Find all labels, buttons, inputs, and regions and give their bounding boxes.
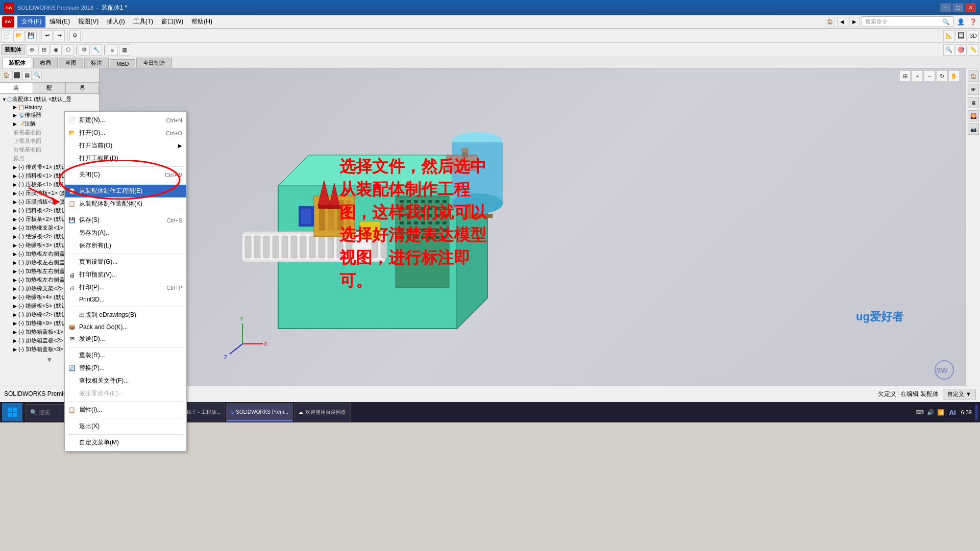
find-refs-icon — [68, 377, 76, 385]
tree-root-item[interactable]: ▼ ⬡ 装配体1 (默认 <默认_显 — [1, 95, 98, 104]
start-button[interactable] — [2, 403, 22, 421]
menu-open-current[interactable]: 打开当前(O) ▶ — [65, 139, 186, 152]
user-icon[interactable]: 👤 — [955, 17, 966, 27]
ai-icon[interactable]: Ai — [947, 408, 958, 417]
menu-save-as[interactable]: 另存为(A)... — [65, 227, 186, 239]
vc-rotate[interactable]: ↻ — [936, 70, 947, 82]
tb-assem8[interactable]: ▦ — [119, 44, 130, 56]
close-button[interactable]: ✕ — [965, 3, 976, 12]
vc-pan[interactable]: ✋ — [948, 70, 960, 82]
taskbar-item-solidworks[interactable]: S SOLIDWORKS Prem... — [226, 403, 293, 421]
menu-save-all[interactable]: 保存所有(L) — [65, 239, 186, 252]
tab-assembly[interactable]: 装配体 — [2, 58, 32, 68]
restore-button[interactable]: □ — [952, 3, 964, 12]
panel-btn3[interactable]: ▦ — [22, 71, 32, 80]
sensors-icon: 📡 — [18, 112, 24, 118]
tb-assem4[interactable]: ⬡ — [63, 44, 74, 56]
tray-icon-1[interactable]: ⌨ — [916, 409, 924, 416]
3d-view-area[interactable]: X Y Z 选择文件，然后选中 从装配体制作工程 图，这样我们就可以 选择好清楚… — [100, 68, 980, 386]
notification-area[interactable] — [975, 405, 978, 420]
vc-zoom-out[interactable]: − — [924, 70, 935, 82]
home-icon[interactable]: 🏠 — [825, 17, 835, 27]
vc-zoom-fit[interactable]: ⊞ — [899, 70, 911, 82]
pm-tab-assembly[interactable]: 装 — [0, 83, 33, 93]
menu-pack-go[interactable]: 📦 Pack and Go(K)... — [65, 321, 186, 333]
rp-scene[interactable]: 🌄 — [968, 110, 979, 121]
tab-sketch[interactable]: 草图 — [59, 58, 83, 68]
tb-assem2[interactable]: ⊞ — [38, 44, 50, 56]
panel-btn4[interactable]: 🔍 — [33, 71, 42, 80]
menu-edrawings[interactable]: 出版到 eDrawings(B) — [65, 309, 186, 321]
panel-btn1[interactable]: 🏠 — [2, 71, 11, 80]
tb-r3[interactable]: 📏 — [968, 44, 979, 56]
menu-tools[interactable]: 工具(T) — [129, 16, 157, 28]
rp-display[interactable]: 🖥 — [968, 97, 979, 108]
tb-assem5[interactable]: ⚙ — [79, 44, 90, 56]
search-box[interactable]: 搜索命令 🔍 — [862, 16, 953, 27]
menu-exit[interactable]: 退出(X) — [65, 420, 186, 433]
tb-3d[interactable]: 3D — [968, 30, 979, 41]
tb-assem1[interactable]: ⊕ — [26, 44, 37, 56]
panel-btn2[interactable]: ⬛ — [12, 71, 21, 80]
tb-options[interactable]: ⚙ — [69, 30, 81, 41]
tb-assem6[interactable]: 🔧 — [91, 44, 102, 56]
menu-file[interactable]: 文件(F) — [17, 16, 45, 28]
menu-save[interactable]: 💾 保存(S) Ctrl+S — [65, 214, 186, 227]
menu-close[interactable]: 关闭(C) Ctrl+W — [65, 168, 186, 181]
system-clock[interactable]: 6:39 — [961, 409, 972, 415]
question-icon[interactable]: ❓ — [968, 17, 978, 27]
tb-view2[interactable]: 🔲 — [955, 30, 967, 41]
back-icon[interactable]: ◀ — [837, 17, 847, 27]
tab-layout[interactable]: 布局 — [33, 58, 58, 68]
menu-print3d[interactable]: Print3D... — [65, 294, 186, 305]
menu-send[interactable]: ✉ 发送(D)... — [65, 333, 186, 345]
menu-derive[interactable]: 派生零部件(E)... — [65, 387, 186, 400]
minimize-button[interactable]: ─ — [940, 3, 951, 12]
pm-tab-display[interactable]: 显 — [66, 83, 99, 93]
sep1 — [39, 31, 39, 41]
menu-print[interactable]: 🖨 打印(P)... Ctrl+P — [65, 281, 186, 294]
menu-find-refs[interactable]: 查找相关文件(F)... — [65, 374, 186, 387]
menu-help[interactable]: 帮助(H) — [187, 16, 216, 28]
menu-make-drawing[interactable]: 📋 从装配体制作工程图(E) — [65, 185, 186, 197]
taskbar-search-placeholder: 🔍 搜索 — [30, 409, 50, 416]
menu-edit[interactable]: 编辑(E) — [45, 16, 74, 28]
menu-reload[interactable]: 重装(R)... — [65, 349, 186, 362]
tray-icon-2[interactable]: 🔊 — [927, 409, 934, 416]
menu-new[interactable]: 📄 新建(N)... Ctrl+N — [65, 114, 186, 127]
tb-save[interactable]: 💾 — [26, 30, 37, 41]
menu-view[interactable]: 视图(V) — [74, 16, 103, 28]
tb-assem7[interactable]: ≡ — [107, 44, 118, 56]
menu-replace[interactable]: 🔄 替换(P)... — [65, 362, 186, 374]
tab-annotation[interactable]: 标注 — [84, 58, 109, 68]
menu-open-drawing[interactable]: 打开工程图(D) — [65, 152, 186, 165]
menu-print-preview[interactable]: 🖨 打印预览(V)... — [65, 268, 186, 281]
tab-mbd[interactable]: MBD — [110, 59, 135, 68]
tb-open[interactable]: 📂 — [13, 30, 24, 41]
menu-make-assembly[interactable]: 📋 从装配体制作装配体(K) — [65, 197, 186, 210]
vc-zoom-in[interactable]: + — [912, 70, 923, 82]
tray-icon-3[interactable]: 📶 — [937, 409, 944, 416]
customize-button[interactable]: 自定义 ▼ — [943, 389, 976, 399]
menu-properties[interactable]: 📋 属性(I)... — [65, 404, 186, 416]
tb-view1[interactable]: 📐 — [943, 30, 954, 41]
menu-window[interactable]: 窗口(W) — [157, 16, 187, 28]
menu-insert[interactable]: 插入(I) — [103, 16, 129, 28]
tab-today-mfg[interactable]: 今日制造 — [136, 58, 172, 68]
tb-assem3[interactable]: ◉ — [51, 44, 62, 56]
menu-page-setup[interactable]: 页面设置(G)... — [65, 256, 186, 268]
menu-customize[interactable]: 自定义菜单(M) — [65, 436, 186, 449]
tb-r2[interactable]: 🎯 — [955, 44, 967, 56]
pm-tab-config[interactable]: 配 — [33, 83, 66, 93]
menu-open[interactable]: 📂 打开(O)... Ctrl+O — [65, 127, 186, 139]
tb-new[interactable]: 📄 — [1, 30, 12, 41]
rp-home[interactable]: 🏠 — [968, 70, 979, 82]
tb-redo[interactable]: ↪ — [54, 30, 65, 41]
taskbar-item-baidu[interactable]: ☁ 欢迎使用百度网盘 — [294, 403, 351, 421]
rp-view[interactable]: 👁 — [968, 84, 979, 95]
tb-undo[interactable]: ↩ — [41, 30, 53, 41]
rp-camera[interactable]: 📷 — [968, 123, 979, 135]
tree-history[interactable]: ▶ 📋 History — [7, 104, 98, 111]
tb-r1[interactable]: 🔍 — [943, 44, 954, 56]
forward-icon[interactable]: ▶ — [849, 17, 860, 27]
